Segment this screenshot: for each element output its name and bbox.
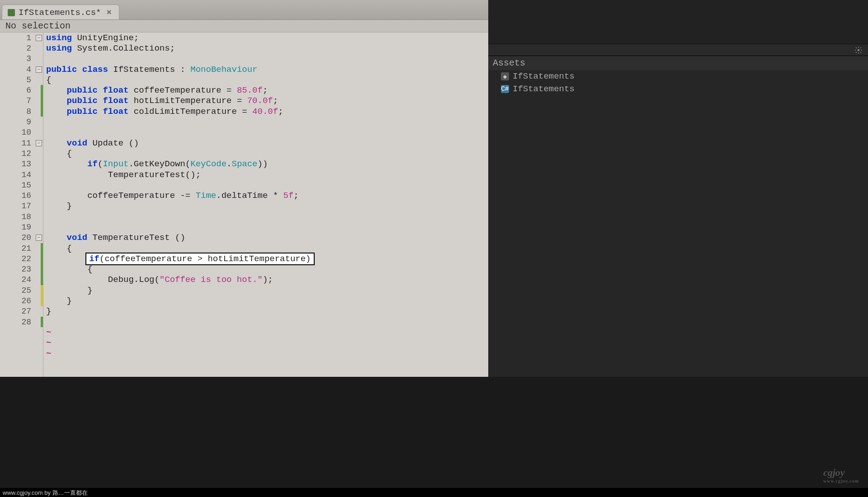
gutter-line: 11− (0, 138, 43, 148)
asset-label: IfStatements (513, 71, 575, 81)
change-marker (41, 317, 43, 327)
change-marker (41, 85, 43, 95)
gutter-line: 10 (0, 127, 43, 138)
line-number: 19 (21, 223, 40, 232)
line-number: 14 (21, 170, 40, 179)
gutter-line: 19 (0, 222, 43, 232)
search-options-icon[interactable] (854, 46, 863, 54)
fold-toggle-icon[interactable]: − (36, 35, 42, 41)
project-search-bar[interactable] (488, 44, 868, 56)
gutter-line: 23 (0, 264, 43, 275)
gutter-line: 27 (0, 306, 43, 317)
line-number: 3 (26, 54, 40, 63)
gutter-line: 21 (0, 243, 43, 253)
change-marker (41, 275, 43, 285)
gutter-line: 18 (0, 211, 43, 222)
change-marker (41, 106, 43, 117)
change-marker (41, 285, 43, 295)
line-number: 6 (26, 86, 40, 95)
asset-item-prefab[interactable]: ◆ IfStatements (488, 70, 868, 83)
line-number: 13 (21, 159, 40, 169)
watermark: cgjoy www.cgjoy.com (823, 467, 859, 483)
tab-bar: IfStatements.cs* × (0, 0, 488, 20)
gutter-line: 12 (0, 148, 43, 159)
line-number: 16 (21, 191, 40, 200)
line-number: 12 (21, 149, 40, 158)
line-number: 21 (21, 244, 40, 253)
gutter-line: 2 (0, 43, 43, 53)
asset-item-script[interactable]: C# IfStatements (488, 83, 868, 95)
fold-toggle-icon[interactable]: − (36, 234, 42, 241)
breadcrumb-bar[interactable]: No selection (0, 20, 488, 33)
highlighted-line: if(coffeeTemperature > hotLimitTemperatu… (85, 253, 314, 265)
gutter-line: 6 (0, 85, 43, 95)
line-number: 8 (26, 107, 40, 116)
svg-point-0 (858, 49, 860, 51)
change-marker (41, 243, 43, 253)
code-container: 1−234−567891011−121314151617181920−21222… (0, 33, 488, 377)
csharp-file-icon (8, 9, 15, 16)
assets-header[interactable]: Assets (488, 56, 868, 70)
gutter-line: 3 (0, 54, 43, 64)
gutter-line: 15 (0, 180, 43, 190)
gutter-line: 9 (0, 117, 43, 127)
line-number: 28 (21, 318, 40, 327)
code-body[interactable]: using UnityEngine; using System.Collecti… (43, 33, 488, 377)
gutter-line: 7 (0, 96, 43, 106)
gutter-line: 8 (0, 106, 43, 117)
line-number: 10 (21, 128, 40, 137)
line-number: 22 (21, 254, 40, 263)
gutter: 1−234−567891011−121314151617181920−21222… (0, 33, 43, 377)
line-number: 25 (21, 286, 40, 295)
csharp-script-icon: C# (501, 85, 509, 93)
gutter-line: 13 (0, 159, 43, 169)
gutter-line: 20− (0, 233, 43, 243)
file-tab[interactable]: IfStatements.cs* × (2, 5, 119, 19)
fold-toggle-icon[interactable]: − (36, 140, 42, 146)
gutter-line: 16 (0, 190, 43, 201)
code-editor-panel: IfStatements.cs* × No selection 1−234−56… (0, 0, 488, 377)
close-tab-icon[interactable]: × (104, 8, 113, 18)
change-marker (41, 295, 43, 306)
inspector-area (488, 0, 868, 44)
gutter-line: 28 (0, 317, 43, 327)
line-number: 17 (21, 202, 40, 211)
gutter-line: 1− (0, 33, 43, 43)
fold-toggle-icon[interactable]: − (36, 66, 42, 73)
gutter-line: 4− (0, 64, 43, 75)
line-number: 5 (26, 75, 40, 84)
unity-panel: Assets ◆ IfStatements C# IfStatements (488, 0, 868, 377)
gutter-line: 14 (0, 169, 43, 180)
gutter-line: 25 (0, 285, 43, 295)
gutter-line: 26 (0, 295, 43, 306)
tab-filename: IfStatements.cs* (19, 8, 101, 18)
line-number: 7 (26, 96, 40, 105)
line-number: 23 (21, 265, 40, 274)
asset-label: IfStatements (513, 84, 575, 94)
line-number: 24 (21, 275, 40, 284)
line-number: 9 (26, 117, 40, 127)
line-number: 2 (26, 44, 40, 53)
gutter-line: 24 (0, 275, 43, 285)
line-number: 15 (21, 181, 40, 190)
line-number: 27 (21, 307, 40, 316)
change-marker (41, 96, 43, 106)
line-number: 18 (21, 212, 40, 221)
change-marker (41, 253, 43, 264)
footer-text: www.cgjoy.com by 路…一直都在 (0, 488, 868, 497)
change-marker (41, 264, 43, 275)
gutter-line: 17 (0, 201, 43, 211)
unity-prefab-icon: ◆ (501, 72, 509, 80)
gutter-line: 22 (0, 253, 43, 264)
line-number: 26 (21, 296, 40, 305)
gutter-line: 5 (0, 75, 43, 85)
